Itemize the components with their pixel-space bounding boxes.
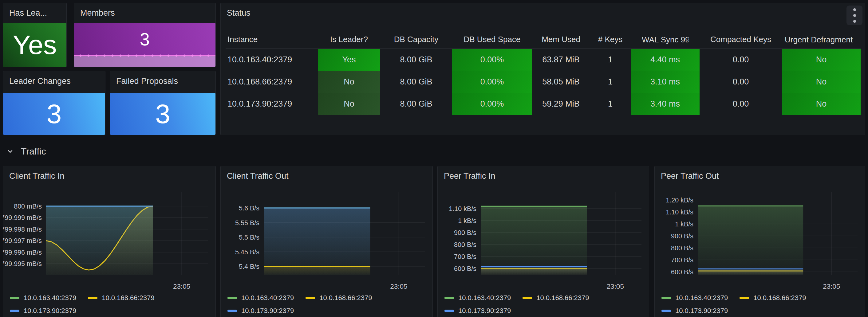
legend-series-color <box>523 297 532 299</box>
y-axis-tick-label: 5.55 B/s <box>235 219 259 227</box>
chart-plot[interactable]: 800 mB/s799.999 mB/s799.998 mB/s799.997 … <box>3 191 215 292</box>
y-axis-tick-label: 799.997 mB/s <box>3 237 42 245</box>
y-axis-tick-label: 1 kB/s <box>458 217 476 225</box>
column-header-label: WAL Sync 99th <box>642 35 688 44</box>
y-axis-tick-label: 800 B/s <box>454 241 476 249</box>
y-axis-tick-label: 1 kB/s <box>675 221 693 228</box>
members-value-wrap: 3 <box>74 23 215 56</box>
chart-legend: 10.0.163.40:237910.0.168.66:237910.0.173… <box>444 294 644 315</box>
table-cell: 1 <box>590 93 631 115</box>
legend-item[interactable]: 10.0.163.40:2379 <box>444 294 511 302</box>
column-header[interactable]: # Keys <box>590 30 631 49</box>
panel-title[interactable]: Has Lea... <box>3 3 66 18</box>
legend-item[interactable]: 10.0.168.66:2379 <box>523 294 589 302</box>
series-area-blue <box>481 266 587 275</box>
x-axis-tick-label: 23:05 <box>607 283 624 290</box>
chart-plot[interactable]: 5.6 B/s5.55 B/s5.5 B/s5.45 B/s5.4 B/s23:… <box>221 191 432 292</box>
legend-series-label: 10.0.173.90:2379 <box>241 307 294 315</box>
column-header[interactable]: DB Used Space <box>452 30 532 49</box>
section-toggle-traffic[interactable]: Traffic <box>6 144 46 159</box>
legend-series-label: 10.0.163.40:2379 <box>241 294 294 302</box>
column-header[interactable]: WAL Sync 99th <box>631 30 700 49</box>
column-header[interactable]: Urgent Defragment <box>782 30 861 49</box>
legend-item[interactable]: 10.0.168.66:2379 <box>306 294 372 302</box>
column-header[interactable]: Instance <box>226 30 318 49</box>
panel-title[interactable]: Client Traffic Out <box>221 166 432 181</box>
sparkline-points <box>74 54 215 57</box>
table-cell: 0.00 <box>700 93 782 115</box>
stat-panel-has-leader: Has Lea... Yes <box>3 3 67 67</box>
series-area-blue <box>698 269 803 275</box>
stat-panel-leader-changes: Leader Changes 3 <box>3 71 105 135</box>
legend-series-color <box>10 310 19 312</box>
legend-series-color <box>227 310 237 312</box>
table-cell: 63.87 MiB <box>532 49 590 71</box>
panel-title[interactable]: Leader Changes <box>3 71 105 86</box>
legend-item[interactable]: 10.0.163.40:2379 <box>10 294 76 302</box>
time-series-canvas: 800 mB/s799.999 mB/s799.998 mB/s799.997 … <box>3 191 215 292</box>
table-cell: 4.40 ms <box>631 49 700 71</box>
y-axis-tick-label: 1.10 kB/s <box>449 205 476 213</box>
legend-series-label: 10.0.163.40:2379 <box>24 294 76 302</box>
y-axis-tick-label: 799.995 mB/s <box>3 260 42 267</box>
kebab-dot <box>853 14 856 17</box>
legend-series-label: 10.0.173.90:2379 <box>24 307 76 315</box>
legend-series-label: 10.0.168.66:2379 <box>753 294 806 302</box>
column-header[interactable]: Is Leader? <box>318 30 380 49</box>
y-axis-tick-label: 600 B/s <box>671 268 693 276</box>
chart-legend: 10.0.163.40:237910.0.168.66:237910.0.173… <box>10 294 211 315</box>
time-series-canvas: 1.20 kB/s1.10 kB/s1 kB/s900 B/s800 B/s70… <box>655 191 865 292</box>
status-table: InstanceIs Leader?DB CapacityDB Used Spa… <box>226 30 861 115</box>
leader-changes-value: 3 <box>47 100 62 127</box>
legend-series-label: 10.0.168.66:2379 <box>319 294 372 302</box>
legend-item[interactable]: 10.0.168.66:2379 <box>88 294 154 302</box>
panel-title[interactable]: Members <box>74 3 215 18</box>
legend-series-color <box>88 297 97 299</box>
panel-title[interactable]: Status <box>221 3 865 18</box>
legend-item[interactable]: 10.0.163.40:2379 <box>227 294 294 302</box>
table-header-row: InstanceIs Leader?DB CapacityDB Used Spa… <box>226 30 861 49</box>
legend-item[interactable]: 10.0.163.40:2379 <box>661 294 728 302</box>
x-axis-tick-label: 23:05 <box>173 283 190 290</box>
table-cell: 0.00% <box>452 49 532 71</box>
table-cell: No <box>782 71 861 93</box>
grafana-dashboard: { "palette": { "green": "#73BF69", "yell… <box>0 0 868 317</box>
table-row: 10.0.168.66:2379No8.00 GiB0.00%58.05 MiB… <box>226 71 861 93</box>
table-body: 10.0.163.40:2379Yes8.00 GiB0.00%63.87 Mi… <box>226 49 861 115</box>
column-header[interactable]: Mem Used <box>532 30 590 49</box>
panel-title[interactable]: Peer Traffic In <box>438 166 649 181</box>
kebab-vertical-icon[interactable] <box>846 5 863 25</box>
legend-item[interactable]: 10.0.173.90:2379 <box>10 307 76 315</box>
table-cell: 58.05 MiB <box>532 71 590 93</box>
failed-proposals-value-area: 3 <box>110 93 215 135</box>
y-axis-tick-label: 900 B/s <box>454 229 476 236</box>
chevron-down-icon <box>6 148 14 155</box>
column-header[interactable]: DB Capacity <box>380 30 452 49</box>
legend-series-color <box>740 297 749 299</box>
chart-legend: 10.0.163.40:237910.0.168.66:237910.0.173… <box>227 294 428 315</box>
y-axis-tick-label: 799.996 mB/s <box>3 249 42 256</box>
chart-plot[interactable]: 1.20 kB/s1.10 kB/s1 kB/s900 B/s800 B/s70… <box>655 191 865 292</box>
panel-title[interactable]: Failed Proposals <box>110 71 215 86</box>
legend-series-label: 10.0.163.40:2379 <box>675 294 728 302</box>
chart-plot[interactable]: 1.10 kB/s1 kB/s900 B/s800 B/s700 B/s600 … <box>438 191 649 292</box>
panel-title[interactable]: Peer Traffic Out <box>655 166 865 181</box>
panel-title[interactable]: Client Traffic In <box>3 166 215 181</box>
table-cell: 0.00 <box>700 49 782 71</box>
series-area-blue <box>264 208 370 275</box>
table-cell: 8.00 GiB <box>380 93 452 115</box>
y-axis-tick-label: 700 B/s <box>671 256 693 264</box>
legend-item[interactable]: 10.0.173.90:2379 <box>227 307 294 315</box>
legend-series-color <box>306 297 315 299</box>
members-value: 3 <box>140 30 150 48</box>
legend-item[interactable]: 10.0.173.90:2379 <box>661 307 728 315</box>
y-axis-tick-label: 900 B/s <box>671 232 693 240</box>
column-header[interactable]: Compacted Keys <box>700 30 782 49</box>
table-cell: 8.00 GiB <box>380 49 452 71</box>
has-leader-value-area: Yes <box>3 23 66 67</box>
legend-item[interactable]: 10.0.173.90:2379 <box>444 307 511 315</box>
table-cell: 8.00 GiB <box>380 71 452 93</box>
legend-series-color <box>661 297 671 299</box>
failed-proposals-value: 3 <box>155 100 170 127</box>
legend-item[interactable]: 10.0.168.66:2379 <box>740 294 806 302</box>
